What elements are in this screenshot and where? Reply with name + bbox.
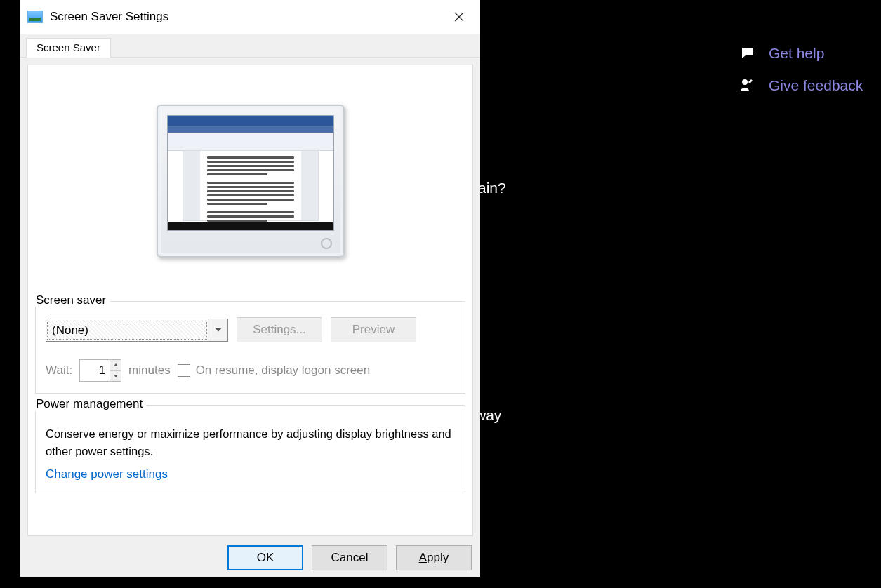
titlebar: Screen Saver Settings — [20, 0, 480, 34]
tab-screen-saver[interactable]: Screen Saver — [26, 38, 111, 58]
wait-input[interactable] — [80, 360, 110, 381]
resume-checkbox[interactable]: On resume, display logon screen — [178, 363, 371, 377]
spinner-up[interactable] — [110, 360, 121, 371]
spinner-down[interactable] — [110, 371, 121, 382]
get-help-label: Get help — [769, 45, 824, 62]
apply-button[interactable]: Apply — [396, 545, 472, 570]
chevron-down-icon — [208, 319, 227, 341]
settings-button[interactable]: Settings... — [237, 317, 322, 342]
screensaver-group: Screen saver (None) Settings... Preview … — [35, 301, 465, 394]
power-management-legend: Power management — [32, 397, 147, 411]
power-management-text: Conserve energy or maximize performance … — [46, 425, 455, 460]
get-help-link[interactable]: Get help — [739, 45, 824, 62]
tab-panel: Screen saver (None) Settings... Preview … — [27, 65, 473, 536]
bg-text-fragment: ain? — [478, 180, 506, 196]
resume-label: On resume, display logon screen — [196, 363, 371, 377]
change-power-settings-link[interactable]: Change power settings — [46, 467, 168, 481]
window-title: Screen Saver Settings — [50, 10, 444, 24]
dialog-footer: OK Cancel Apply — [20, 539, 480, 577]
close-button[interactable] — [444, 6, 475, 28]
app-icon — [27, 11, 43, 23]
monitor-preview — [157, 105, 345, 258]
power-button-icon — [321, 238, 332, 249]
checkbox-box — [178, 364, 190, 377]
wait-spinner[interactable] — [79, 359, 121, 382]
svg-point-0 — [742, 79, 748, 85]
screen-saver-dialog: Screen Saver Settings Screen Saver — [20, 0, 480, 577]
minutes-label: minutes — [128, 363, 171, 377]
screensaver-select-value: (None) — [46, 320, 208, 340]
feedback-icon — [739, 77, 756, 94]
screensaver-select[interactable]: (None) — [46, 319, 228, 342]
ok-button[interactable]: OK — [227, 545, 303, 570]
cancel-button[interactable]: Cancel — [312, 545, 387, 570]
give-feedback-link[interactable]: Give feedback — [739, 77, 863, 94]
tab-strip: Screen Saver — [20, 34, 480, 58]
preview-area — [35, 72, 465, 290]
close-icon — [454, 12, 464, 22]
screensaver-legend: Screen saver — [32, 293, 110, 307]
power-management-group: Power management Conserve energy or maxi… — [35, 405, 465, 493]
chat-icon — [739, 45, 756, 62]
give-feedback-label: Give feedback — [769, 77, 863, 94]
wait-label: Wait: — [46, 363, 72, 377]
preview-button[interactable]: Preview — [331, 317, 416, 342]
